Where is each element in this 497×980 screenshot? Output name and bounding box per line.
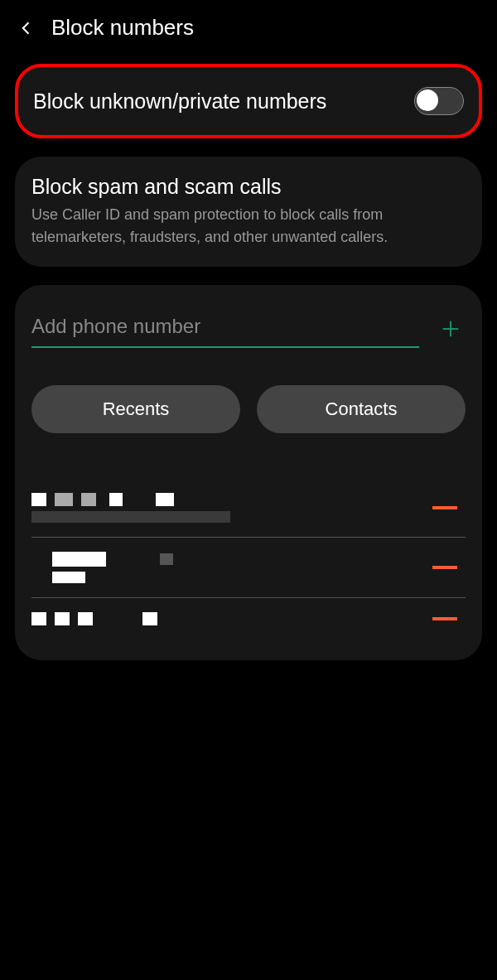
blocked-entry-info [52, 552, 173, 583]
back-icon[interactable] [17, 18, 36, 38]
block-spam-card[interactable]: Block spam and scam calls Use Caller ID … [15, 157, 482, 267]
blocked-list [31, 479, 466, 640]
blocked-entry [31, 598, 466, 640]
blocked-entry [31, 538, 466, 598]
blocked-entry-info [31, 493, 230, 523]
toggle-knob [417, 89, 438, 111]
contacts-button[interactable]: Contacts [257, 385, 466, 433]
block-unknown-label: Block unknown/private numbers [33, 89, 326, 113]
block-unknown-toggle[interactable] [414, 87, 464, 115]
header: Block numbers [0, 0, 497, 64]
add-icon[interactable] [436, 314, 466, 344]
remove-icon[interactable] [432, 506, 457, 509]
blocked-entry-info [31, 612, 157, 625]
block-unknown-card[interactable]: Block unknown/private numbers [15, 64, 482, 138]
remove-icon[interactable] [432, 617, 457, 620]
remove-icon[interactable] [432, 566, 457, 569]
add-number-card: Recents Contacts [15, 285, 482, 660]
recents-button[interactable]: Recents [31, 385, 240, 433]
phone-input[interactable] [31, 310, 419, 348]
block-spam-description: Use Caller ID and spam protection to blo… [31, 204, 466, 249]
block-spam-title: Block spam and scam calls [31, 175, 466, 199]
page-title: Block numbers [51, 15, 194, 41]
blocked-entry [31, 479, 466, 538]
